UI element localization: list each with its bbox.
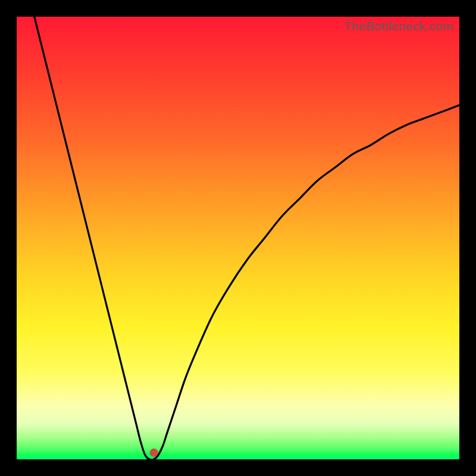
bottleneck-curve	[35, 17, 459, 460]
plot-area: TheBottleneck.com	[17, 17, 459, 459]
curve-layer	[17, 17, 459, 459]
chart-frame: TheBottleneck.com	[0, 0, 476, 476]
optimal-point-marker	[150, 449, 158, 457]
